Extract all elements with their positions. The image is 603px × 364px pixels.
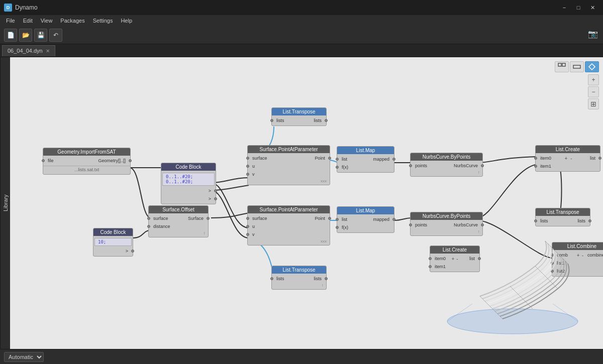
node-nurbs-1: NurbsCurve.ByPoints points NurbsCurve !: [410, 153, 483, 177]
3d-preview: [432, 228, 593, 339]
node-list-create-1-header: List.Create: [536, 146, 600, 153]
label-nurbs1-curve: NurbsCurve: [447, 163, 481, 168]
label-surface: surface: [150, 216, 178, 221]
3d-preview-svg: [432, 228, 593, 339]
tab-bar: 06_04_04.dyn ✕: [0, 44, 603, 57]
node-list-transpose-2: List.Transpose lists lists !: [271, 266, 327, 290]
port-geometry-out[interactable]: [129, 159, 132, 162]
tab-label: 06_04_04.dyn: [8, 48, 43, 54]
port-lists-out-1[interactable]: [325, 119, 328, 122]
node-list-transpose-3-header: List.Transpose: [536, 208, 590, 216]
node-list-map-2-header: List.Map: [337, 207, 394, 214]
new-button[interactable]: 📄: [4, 29, 17, 42]
label-lists-in-1: lists: [273, 118, 299, 123]
port-code-out-1[interactable]: [214, 189, 217, 192]
tab-main[interactable]: 06_04_04.dyn ✕: [2, 45, 55, 56]
node-list-create-1: List.Create item0 + - list item1: [535, 145, 600, 172]
code-content-2: 10;: [94, 238, 132, 246]
minimize-button[interactable]: −: [558, 3, 571, 13]
run-mode-select[interactable]: Automatic Manual: [4, 352, 44, 362]
node-geometry-import: Geometry.ImportFromSAT file Geometry[]..…: [43, 148, 131, 175]
label-sp1-point: Point: [289, 156, 329, 161]
node-nurbs-2-header: NurbsCurve.ByPoints: [411, 212, 482, 220]
label-sp1-surface: surface: [249, 156, 289, 161]
restore-button[interactable]: □: [572, 3, 585, 13]
save-button[interactable]: 💾: [34, 29, 47, 42]
app-title: Dynamo: [15, 4, 558, 11]
label-lt3-out: lists: [563, 218, 588, 223]
svg-rect-2: [573, 65, 580, 68]
window-controls[interactable]: − □ ✕: [558, 3, 599, 13]
menu-edit[interactable]: Edit: [19, 17, 37, 25]
zoom-out-button[interactable]: −: [588, 86, 599, 97]
camera-button[interactable]: 📷: [588, 29, 598, 39]
app-icon: D: [4, 4, 12, 12]
port-code-val-out[interactable]: [131, 250, 134, 253]
close-button[interactable]: ✕: [586, 3, 599, 13]
label-sp2-surface: surface: [249, 216, 289, 221]
node-surface-offset-header: Surface.Offset: [149, 206, 208, 213]
label-distance: distance: [150, 224, 208, 229]
port-lt3-out[interactable]: [588, 219, 591, 222]
port-surface-out[interactable]: [207, 217, 210, 220]
fit-view-button[interactable]: ⊞: [588, 98, 599, 109]
label-lists-out-2: lists: [299, 276, 325, 281]
status-bar: Automatic Manual: [0, 349, 603, 364]
tab-close-icon[interactable]: ✕: [46, 48, 50, 54]
node-surface-point-1-header: Surface.PointAtParameter: [248, 146, 330, 153]
viewport-controls-side: + − ⊞: [588, 74, 599, 109]
port-code-out-2[interactable]: [214, 197, 217, 200]
view-3d-button[interactable]: [555, 61, 569, 72]
viewport-controls-top: [555, 61, 599, 72]
label-geometry: Geometry[]..[]: [87, 158, 129, 163]
library-panel[interactable]: Library: [0, 57, 10, 349]
label-sp2-u: u: [249, 224, 330, 229]
label-nurbs2-points: points: [412, 222, 447, 227]
node-list-transpose-2-header: List.Transpose: [272, 266, 326, 274]
svg-line-7: [510, 286, 533, 309]
library-label: Library: [3, 195, 9, 212]
label-lc1-item0: item0: [537, 156, 562, 161]
menu-help[interactable]: Help: [117, 17, 136, 25]
port-lm2-mapped[interactable]: [392, 218, 395, 221]
menu-file[interactable]: File: [2, 17, 19, 25]
menu-bar: File Edit View Packages Settings Help: [0, 15, 603, 26]
view-2d-button[interactable]: [570, 61, 584, 72]
node-list-transpose-3: List.Transpose lists lists: [535, 208, 590, 226]
zoom-in-button[interactable]: +: [588, 74, 599, 85]
node-geometry-import-header: Geometry.ImportFromSAT: [43, 148, 130, 156]
port-sp1-point[interactable]: [328, 157, 331, 160]
port-lists-out-2[interactable]: [325, 277, 328, 280]
node-code-block-2: Code Block 10; >: [93, 228, 133, 257]
node-nurbs-1-header: NurbsCurve.ByPoints: [411, 153, 482, 161]
label-lm1-mapped: mapped: [366, 157, 393, 162]
code-line-1: 0..1..#20;: [166, 174, 211, 179]
node-surface-point-2: Surface.PointAtParameter surface Point u…: [247, 205, 330, 246]
undo-button[interactable]: ↶: [49, 29, 62, 42]
toolbar: 📄 📂 💾 ↶ 📷: [0, 26, 603, 44]
node-list-transpose-1-header: List.Transpose: [272, 108, 326, 115]
code-out-2: >: [185, 196, 215, 201]
menu-packages[interactable]: Packages: [56, 17, 88, 25]
label-lm1-fx: f(x): [339, 165, 394, 170]
menu-view[interactable]: View: [37, 17, 57, 25]
canvas[interactable]: Geometry.ImportFromSAT file Geometry[]..…: [10, 57, 603, 349]
svg-rect-0: [558, 63, 561, 66]
port-lc1-list[interactable]: [598, 157, 601, 160]
open-button[interactable]: 📂: [19, 29, 32, 42]
node-list-map-1: List.Map list mapped f(x): [337, 146, 394, 173]
label-nurbs1-points: points: [412, 163, 447, 168]
menu-settings[interactable]: Settings: [89, 17, 117, 25]
port-sp2-point[interactable]: [328, 217, 331, 220]
label-sp2-v: v: [249, 232, 330, 237]
node-surface-point-2-header: Surface.PointAtParameter: [248, 206, 330, 213]
node-surface-offset: Surface.Offset surface Surface distance …: [148, 205, 209, 237]
code-value: 10;: [98, 239, 128, 245]
code-out-val: >: [110, 249, 132, 254]
view-toggle-button[interactable]: [585, 61, 599, 72]
node-surface-point-1: Surface.PointAtParameter surface Point u…: [247, 145, 330, 185]
node-list-transpose-1: List.Transpose lists lists: [271, 107, 327, 126]
port-nurbs2-curve[interactable]: [481, 223, 484, 226]
port-nurbs1-curve[interactable]: [481, 164, 484, 167]
port-lm1-mapped[interactable]: [392, 158, 395, 161]
